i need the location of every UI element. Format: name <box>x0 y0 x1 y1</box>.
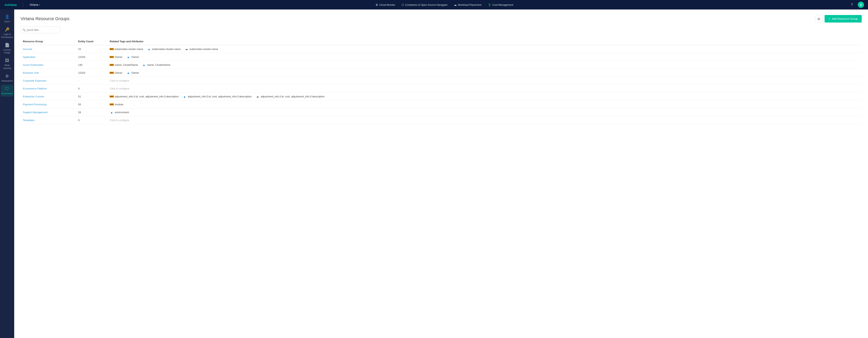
tag-group: ▲Owner <box>126 56 139 58</box>
nav-containers-label: Containers & Open-Source Navigator <box>405 3 447 6</box>
entity-count-value: 28 <box>78 111 81 114</box>
tag-value: adjustment_info.0.id, cost, adjustment_i… <box>115 95 179 98</box>
entity-count-value: 15 <box>78 48 81 51</box>
resource-group-link[interactable]: Account <box>23 48 32 51</box>
top-nav-right: ? ⚙ <box>849 2 864 8</box>
tag-value: kubernetes-cluster-name <box>190 48 218 51</box>
table-row: Application12324awsOwner▲Owner <box>21 53 862 61</box>
entity-count-value: 0 <box>78 119 80 122</box>
filter-row: 🔍 <box>21 26 862 33</box>
main-navigation: 🖥 Cloud Monitor ⬡ Containers & Open-Sour… <box>46 3 842 6</box>
governance-shield-icon: 🛡 <box>5 86 9 91</box>
sidebar-item-users[interactable]: 👤 Users <box>1 12 13 25</box>
sidebar-label-license: License Usage <box>3 48 11 54</box>
sidebar-label-integrations: Integrations <box>1 79 12 82</box>
key-icon: 🔑 <box>5 27 10 32</box>
sidebar-item-integrations[interactable]: ⚙ Integrations <box>1 72 13 84</box>
tag-group: awsmodule <box>110 103 123 106</box>
help-button[interactable]: ? <box>849 2 855 8</box>
table-row: Ecommerce Platform0Click to configure <box>21 85 862 93</box>
tag-group: awsowner, ClusterName <box>110 63 138 66</box>
table-row: Support Management28▲environment <box>21 109 862 116</box>
aws-icon: aws <box>110 103 114 106</box>
resource-group-link[interactable]: Application <box>23 56 35 58</box>
azure-icon: ▲ <box>147 48 151 51</box>
tags-cell: ▲environment <box>107 109 862 116</box>
resource-groups-table: Resource Group Entity Count Related Tags… <box>21 38 862 124</box>
entity-count-cell: 93 <box>76 101 107 109</box>
tag-group: ▲kubernetes-cluster-name <box>147 48 181 51</box>
tags-cell: awskubernetes-cluster-name▲kubernetes-cl… <box>107 45 862 53</box>
tags-cell: awsOwner▲Owner <box>107 53 862 61</box>
view-toggle-button[interactable]: ⊞ <box>815 15 822 22</box>
click-to-configure-label[interactable]: Click to configure <box>110 79 129 82</box>
nav-cloud-monitor-label: Cloud Monitor <box>379 3 395 6</box>
resource-group-link[interactable]: Payment Processing <box>23 103 46 106</box>
cost-icon: 💲 <box>488 3 491 6</box>
resource-group-link[interactable]: Azure Kubernetes <box>23 63 43 66</box>
tag-value: owner, ClusterName <box>147 63 170 66</box>
tag-group: awsadjustment_info.0.id, cost, adjustmen… <box>110 95 179 98</box>
settings-button[interactable]: ⚙ <box>858 2 864 8</box>
table-header-row: Resource Group Entity Count Related Tags… <box>21 38 862 45</box>
quick-filter-input[interactable] <box>21 26 60 33</box>
search-icon: 🔍 <box>23 28 26 31</box>
workload-icon: ☁ <box>454 3 457 6</box>
entity-count-cell: 140 <box>76 61 107 69</box>
tag-value: adjustment_info.0.id, cost, adjustment_i… <box>188 95 252 98</box>
entity-count-cell: 51 <box>76 93 107 101</box>
tag-group: ☁adjustment_info.0.id, cost, adjustment_… <box>256 95 325 98</box>
tags-cell: awsmodule <box>107 101 862 109</box>
resource-group-link[interactable]: Ecommerce Platform <box>23 87 47 90</box>
tag-value: Owner <box>131 56 139 58</box>
license-icon: 📄 <box>5 43 10 48</box>
aws-icon: aws <box>110 64 114 66</box>
instance-name: Virtana <box>29 3 38 6</box>
aws-icon: aws <box>110 72 114 74</box>
nav-containers[interactable]: ⬡ Containers & Open-Source Navigator <box>402 3 447 6</box>
nav-cost-management[interactable]: 💲 Cost Management <box>488 3 513 6</box>
tag-group: awsOwner <box>110 56 122 58</box>
click-to-configure-label[interactable]: Click to configure <box>110 87 129 90</box>
instance-selector[interactable]: Virtana ▾ <box>29 3 40 6</box>
entity-count-value: 0 <box>78 87 80 90</box>
table-row: Business Unit12324awsOwner▲Owner <box>21 69 862 77</box>
tag-group: ▲environment <box>110 111 129 114</box>
resource-group-link[interactable]: Corporate Expenses <box>23 79 46 82</box>
aws-icon: aws <box>110 48 114 51</box>
logo[interactable]: ∧virtana <box>4 3 17 7</box>
tags-cell: Click to configure <box>107 85 862 93</box>
tag-group: ▲owner, ClusterName <box>142 63 170 66</box>
resource-group-link[interactable]: Enterprise Comms <box>23 95 44 98</box>
sidebar-item-license-usage[interactable]: 📄 License Usage <box>1 41 13 56</box>
white-label-icon: 🖼 <box>5 58 9 63</box>
table-row: Payment Processing93awsmodule <box>21 101 862 109</box>
col-entity-count: Entity Count <box>76 38 107 45</box>
entity-count-value: 12324 <box>78 71 85 74</box>
gcp-icon: ☁ <box>256 95 259 98</box>
app-layout: 👤 Users 🔑 Login & Permissions 📄 License … <box>0 9 868 338</box>
click-to-configure-label[interactable]: Click to configure <box>110 119 129 122</box>
sidebar-item-governance[interactable]: 🛡 Governance <box>1 85 13 96</box>
add-resource-group-label: Add Resource Group <box>832 17 858 20</box>
azure-icon: ▲ <box>183 95 187 98</box>
tag-group: ☁kubernetes-cluster-name <box>185 48 218 51</box>
tag-value: kubernetes-cluster-name <box>115 48 143 51</box>
nav-workload-placement[interactable]: ☁ Workload Placement <box>454 3 482 6</box>
resource-group-link[interactable]: Support Management <box>23 111 48 114</box>
page-title: Virtana Resource Groups <box>21 16 69 21</box>
table-row: Azure Kubernetes140awsowner, ClusterName… <box>21 61 862 69</box>
nav-cloud-monitor[interactable]: 🖥 Cloud Monitor <box>375 3 395 6</box>
resource-group-link[interactable]: Templates <box>23 119 34 122</box>
entity-count-cell: 28 <box>76 109 107 116</box>
resource-group-link[interactable]: Business Unit <box>23 71 38 74</box>
tag-value: owner, ClusterName <box>115 63 138 66</box>
containers-icon: ⬡ <box>402 3 404 6</box>
entity-count-cell: 0 <box>76 85 107 93</box>
add-resource-group-button[interactable]: + Add Resource Group <box>825 15 862 23</box>
tag-group: awsOwner <box>110 71 122 74</box>
azure-icon: ▲ <box>126 56 130 58</box>
tag-value: environment <box>115 111 129 114</box>
sidebar-item-white-labeling[interactable]: 🖼 White Labeling <box>1 56 13 71</box>
sidebar-item-login-permissions[interactable]: 🔑 Login & Permissions <box>1 25 13 40</box>
